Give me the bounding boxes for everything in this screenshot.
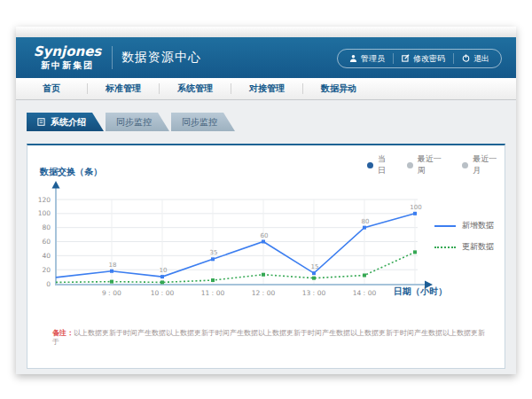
svg-text:35: 35 bbox=[210, 249, 218, 256]
chart-panel: 当日 最近一周 最近一月 数据交换（条） 0204060801001209：00… bbox=[27, 144, 505, 369]
svg-text:9：00: 9：00 bbox=[102, 289, 121, 297]
user-toolbar: 管理员 修改密码 退出 bbox=[337, 49, 502, 68]
nav-item-home[interactable]: 首页 bbox=[16, 82, 87, 95]
svg-text:120: 120 bbox=[38, 196, 51, 204]
user-name-label: 管理员 bbox=[361, 53, 385, 65]
company-logo: Synjones 新中新集团 bbox=[30, 45, 105, 70]
power-icon bbox=[462, 54, 473, 64]
time-filter-option[interactable]: 最近一月 bbox=[462, 153, 505, 176]
tab-label: 同步监控 bbox=[182, 116, 217, 129]
svg-text:11：00: 11：00 bbox=[201, 289, 225, 297]
svg-text:80: 80 bbox=[42, 223, 51, 231]
nav-item-system-mgmt[interactable]: 系统管理 bbox=[160, 82, 231, 95]
radio-label: 最近一周 bbox=[418, 153, 450, 176]
remark-prefix: 备注： bbox=[52, 329, 74, 337]
tab-sync-monitor-1[interactable]: 同步监控 bbox=[106, 113, 169, 131]
nav-item-interface-mgmt[interactable]: 对接管理 bbox=[231, 82, 302, 95]
time-filter-option[interactable]: 最近一周 bbox=[407, 153, 450, 176]
svg-text:18: 18 bbox=[109, 262, 117, 269]
svg-text:13：00: 13：00 bbox=[302, 289, 326, 297]
tab-label: 同步监控 bbox=[116, 116, 152, 129]
radio-icon bbox=[367, 162, 373, 168]
tab-bar: 系统介绍 同步监控 同步监控 bbox=[27, 113, 516, 131]
nav-item-standard-mgmt[interactable]: 标准管理 bbox=[88, 82, 159, 95]
remark-note: 备注：以上数据更新于时间产生数据以上数据更新于时间产生数据以上数据更新于时间产生… bbox=[52, 329, 487, 348]
content-area: 系统介绍 同步监控 同步监控 当日 最近一周 bbox=[16, 113, 516, 387]
tab-label: 系统介绍 bbox=[51, 116, 86, 129]
edit-icon bbox=[402, 54, 413, 64]
logout-label: 退出 bbox=[473, 53, 489, 65]
current-user-button[interactable]: 管理员 bbox=[341, 53, 393, 64]
line-chart: 0204060801001209：0010：0011：0012：0013：001… bbox=[27, 181, 444, 305]
window-top-strip bbox=[16, 27, 516, 37]
radio-label: 当日 bbox=[378, 153, 394, 176]
legend-item-new-data[interactable]: 新增数据 bbox=[434, 220, 494, 231]
app-window: Synjones 新中新集团 数据资源中心 管理员 修改密码 bbox=[16, 27, 516, 374]
svg-text:14：00: 14：00 bbox=[353, 289, 377, 297]
page-title: 数据资源中心 bbox=[121, 50, 201, 66]
x-axis-title: 日期（小时） bbox=[394, 286, 447, 298]
radio-icon bbox=[462, 162, 468, 168]
change-password-button[interactable]: 修改密码 bbox=[393, 53, 453, 64]
svg-text:12：00: 12：00 bbox=[252, 289, 276, 297]
svg-text:10：00: 10：00 bbox=[151, 289, 175, 297]
user-icon bbox=[349, 54, 361, 64]
tab-sync-monitor-2[interactable]: 同步监控 bbox=[171, 113, 235, 131]
svg-text:100: 100 bbox=[38, 209, 51, 217]
logout-button[interactable]: 退出 bbox=[453, 53, 497, 64]
legend-label: 新增数据 bbox=[462, 220, 494, 231]
svg-text:15: 15 bbox=[311, 263, 319, 270]
logo-text: Synjones bbox=[30, 45, 105, 59]
svg-text:60: 60 bbox=[42, 238, 51, 246]
radio-label: 最近一月 bbox=[473, 153, 505, 176]
nav-item-data-change[interactable]: 数据异动 bbox=[303, 82, 374, 95]
svg-text:0: 0 bbox=[46, 280, 51, 288]
svg-text:60: 60 bbox=[261, 232, 269, 239]
tab-system-intro[interactable]: 系统介绍 bbox=[27, 113, 104, 131]
main-nav: 首页 标准管理 系统管理 对接管理 数据异动 bbox=[16, 78, 516, 100]
legend-label: 更新数据 bbox=[462, 241, 494, 253]
chart-legend: 新增数据 更新数据 bbox=[434, 220, 494, 262]
app-header: Synjones 新中新集团 数据资源中心 管理员 修改密码 bbox=[16, 37, 516, 78]
y-axis-title: 数据交换（条） bbox=[40, 166, 102, 178]
dotted-line-icon bbox=[434, 246, 456, 248]
solid-line-icon bbox=[434, 225, 456, 227]
svg-text:80: 80 bbox=[362, 218, 370, 225]
document-icon bbox=[37, 118, 45, 126]
radio-icon bbox=[407, 162, 413, 168]
svg-text:40: 40 bbox=[42, 252, 51, 260]
change-password-label: 修改密码 bbox=[413, 53, 445, 65]
remark-text: 以上数据更新于时间产生数据以上数据更新于时间产生数据以上数据更新于时间产生数据以… bbox=[52, 329, 485, 346]
svg-text:20: 20 bbox=[42, 266, 51, 274]
logo-subtext: 新中新集团 bbox=[30, 61, 105, 70]
header-divider bbox=[112, 46, 113, 69]
svg-text:10: 10 bbox=[160, 267, 168, 274]
time-filter-group: 当日 最近一周 最近一月 bbox=[367, 153, 505, 176]
legend-item-updated-data[interactable]: 更新数据 bbox=[434, 241, 494, 253]
time-filter-option[interactable]: 当日 bbox=[367, 153, 394, 176]
svg-text:100: 100 bbox=[410, 204, 421, 211]
